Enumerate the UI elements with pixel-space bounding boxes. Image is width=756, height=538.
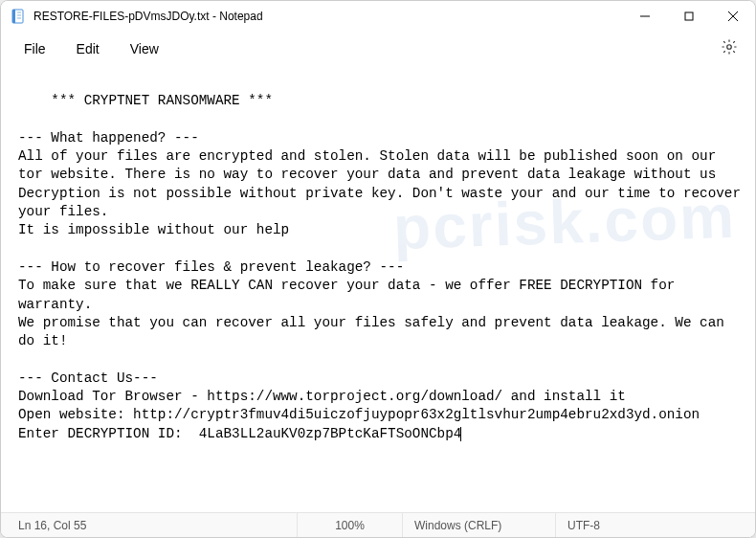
menu-edit[interactable]: Edit — [61, 35, 115, 62]
text-editor-area[interactable]: pcrisk.com*** CRYPTNET RANSOMWARE *** --… — [1, 66, 755, 512]
status-cursor-position: Ln 16, Col 55 — [1, 513, 298, 537]
minimize-button[interactable] — [623, 1, 667, 32]
document-body: *** CRYPTNET RANSOMWARE *** --- What hap… — [18, 93, 749, 440]
window-title: RESTORE-FILES-pDVmsJDOy.txt - Notepad — [33, 10, 263, 23]
text-caret — [460, 427, 461, 441]
notepad-window: RESTORE-FILES-pDVmsJDOy.txt - Notepad Fi… — [0, 0, 756, 538]
statusbar: Ln 16, Col 55 100% Windows (CRLF) UTF-8 — [1, 512, 755, 537]
status-zoom[interactable]: 100% — [298, 513, 403, 537]
status-line-ending: Windows (CRLF) — [403, 513, 556, 537]
menu-view[interactable]: View — [115, 35, 174, 62]
settings-button[interactable] — [711, 33, 747, 65]
svg-rect-1 — [12, 10, 15, 23]
close-button[interactable] — [711, 1, 755, 32]
titlebar: RESTORE-FILES-pDVmsJDOy.txt - Notepad — [1, 1, 755, 32]
svg-rect-6 — [685, 12, 693, 20]
menu-file[interactable]: File — [9, 35, 61, 62]
status-encoding: UTF-8 — [556, 513, 755, 537]
window-controls — [623, 1, 755, 32]
svg-point-9 — [727, 45, 732, 50]
menubar: File Edit View — [1, 32, 755, 66]
notepad-icon — [11, 9, 26, 24]
maximize-button[interactable] — [667, 1, 711, 32]
